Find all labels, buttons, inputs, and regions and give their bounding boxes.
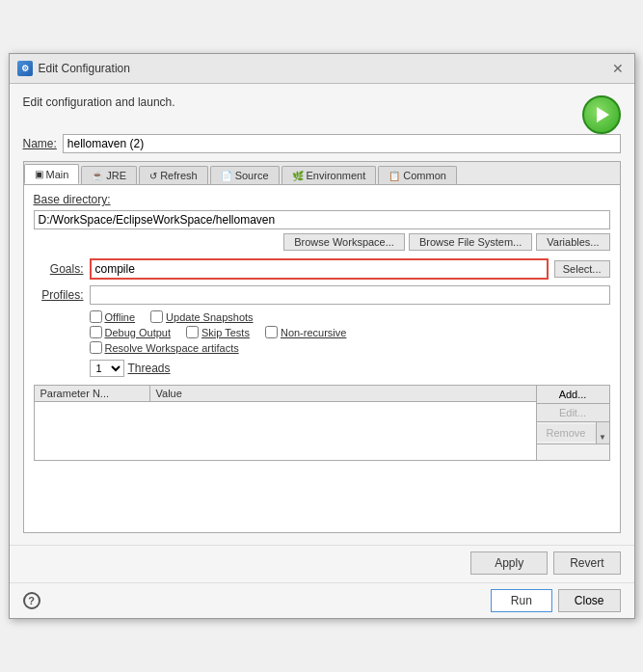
name-row: Name:	[23, 134, 621, 153]
params-table-container: Parameter N... Value Add... Edit... Remo…	[34, 385, 610, 461]
offline-checkbox[interactable]	[90, 310, 102, 323]
base-directory-input[interactable]	[34, 210, 610, 229]
resolve-workspace-label[interactable]: Resolve Workspace artifacts	[105, 342, 239, 354]
tab-common-label: Common	[403, 170, 446, 181]
source-tab-icon: 📄	[221, 171, 232, 181]
scroll-indicator: ▼	[596, 422, 609, 444]
goals-label: Goals:	[34, 262, 84, 276]
tab-content-main: Base directory: Browse Workspace... Brow…	[24, 185, 620, 532]
main-tab-icon: ▣	[35, 169, 43, 179]
checkbox-debug-output: Debug Output	[90, 326, 172, 338]
checkbox-skip-tests: Skip Tests	[186, 326, 250, 338]
checkboxes-area: Offline Update Snapshots Debug Output	[90, 310, 610, 354]
edit-configuration-dialog: ⚙ Edit Configuration ✕ Edit configuratio…	[9, 53, 635, 619]
dialog-body: Edit configuration and launch. Name: ▣ M…	[10, 84, 634, 545]
help-icon[interactable]: ?	[23, 592, 40, 609]
threads-row: 1 2 4 Threads	[90, 360, 610, 377]
checkbox-resolve-workspace: Resolve Workspace artifacts	[90, 341, 239, 354]
tab-source[interactable]: 📄 Source	[210, 166, 280, 184]
refresh-tab-icon: ↺	[149, 171, 157, 181]
offline-label[interactable]: Offline	[105, 311, 136, 323]
common-tab-icon: 📋	[388, 171, 400, 181]
title-close-button[interactable]: ✕	[609, 60, 627, 77]
profiles-label: Profiles:	[34, 288, 84, 302]
tab-jre[interactable]: ☕ JRE	[81, 166, 137, 184]
dialog-subtitle: Edit configuration and launch.	[23, 95, 175, 109]
non-recursive-label[interactable]: Non-recursive	[281, 327, 346, 338]
update-snapshots-label[interactable]: Update Snapshots	[166, 311, 254, 323]
bottom-bar: ? Run Close	[10, 582, 634, 618]
title-bar: ⚙ Edit Configuration ✕	[10, 54, 634, 84]
checkbox-update-snapshots: Update Snapshots	[150, 310, 254, 323]
skip-tests-label[interactable]: Skip Tests	[201, 327, 250, 338]
scroll-down-arrow: ▼	[599, 433, 606, 442]
variables-button[interactable]: Variables...	[536, 233, 609, 251]
params-table-header: Parameter N... Value	[35, 386, 536, 402]
tab-jre-label: JRE	[106, 170, 126, 181]
params-remove-button[interactable]: Remove	[537, 424, 596, 442]
goals-input[interactable]	[90, 258, 549, 280]
run-button[interactable]: Run	[491, 589, 552, 612]
dialog-title: Edit Configuration	[39, 62, 130, 75]
dialog-icon: ⚙	[17, 61, 33, 76]
update-snapshots-checkbox[interactable]	[150, 310, 163, 323]
checkbox-row-2: Debug Output Skip Tests Non-recursive	[90, 326, 610, 338]
debug-output-label[interactable]: Debug Output	[105, 327, 172, 338]
non-recursive-checkbox[interactable]	[265, 326, 278, 338]
base-directory-label: Base directory:	[34, 193, 610, 206]
threads-select[interactable]: 1 2 4	[90, 360, 124, 377]
name-input[interactable]	[63, 134, 621, 153]
tab-source-label: Source	[235, 170, 269, 181]
checkbox-row-1: Offline Update Snapshots	[90, 310, 610, 323]
jre-tab-icon: ☕	[92, 171, 103, 181]
bottom-right-buttons: Run Close	[491, 589, 621, 612]
title-bar-left: ⚙ Edit Configuration	[17, 61, 130, 76]
params-table: Parameter N... Value	[35, 386, 536, 460]
tab-environment-label: Environment	[307, 170, 366, 181]
tab-main-label: Main	[46, 169, 69, 180]
checkbox-non-recursive: Non-recursive	[265, 326, 346, 338]
close-dialog-button[interactable]: Close	[558, 589, 621, 612]
params-add-button[interactable]: Add...	[537, 386, 609, 404]
run-icon-button[interactable]	[582, 95, 621, 134]
threads-label: Threads	[128, 362, 171, 375]
params-remove-row: Remove ▼	[537, 422, 609, 444]
tab-refresh[interactable]: ↺ Refresh	[139, 166, 208, 184]
apply-button[interactable]: Apply	[470, 551, 548, 575]
params-col-name: Parameter N...	[35, 386, 150, 401]
params-table-body	[35, 402, 536, 460]
checkbox-row-3: Resolve Workspace artifacts	[90, 341, 610, 354]
browse-buttons: Browse Workspace... Browse File System..…	[34, 233, 610, 251]
profiles-input[interactable]	[90, 285, 610, 305]
name-label: Name:	[23, 137, 57, 150]
skip-tests-checkbox[interactable]	[186, 326, 199, 338]
tab-main[interactable]: ▣ Main	[24, 164, 80, 184]
profiles-row: Profiles:	[34, 285, 610, 305]
tab-environment[interactable]: 🌿 Environment	[281, 166, 377, 184]
debug-output-checkbox[interactable]	[90, 326, 102, 338]
goals-select-button[interactable]: Select...	[554, 260, 610, 278]
params-col-value: Value	[150, 386, 536, 401]
tabs-container: ▣ Main ☕ JRE ↺ Refresh 📄 Source 🌿 En	[23, 161, 621, 533]
browse-filesystem-button[interactable]: Browse File System...	[409, 233, 532, 251]
tab-common[interactable]: 📋 Common	[378, 166, 457, 184]
revert-button[interactable]: Revert	[553, 551, 620, 575]
apply-revert-footer: Apply Revert	[10, 545, 634, 582]
checkbox-offline: Offline	[90, 310, 136, 323]
resolve-workspace-checkbox[interactable]	[90, 341, 102, 354]
tabs-bar: ▣ Main ☕ JRE ↺ Refresh 📄 Source 🌿 En	[24, 162, 620, 185]
goals-row: Goals: Select...	[34, 258, 610, 280]
tab-refresh-label: Refresh	[160, 170, 198, 181]
env-tab-icon: 🌿	[292, 171, 304, 181]
params-side-buttons: Add... Edit... Remove ▼	[536, 386, 609, 460]
params-edit-button[interactable]: Edit...	[537, 404, 609, 422]
browse-workspace-button[interactable]: Browse Workspace...	[283, 233, 405, 251]
